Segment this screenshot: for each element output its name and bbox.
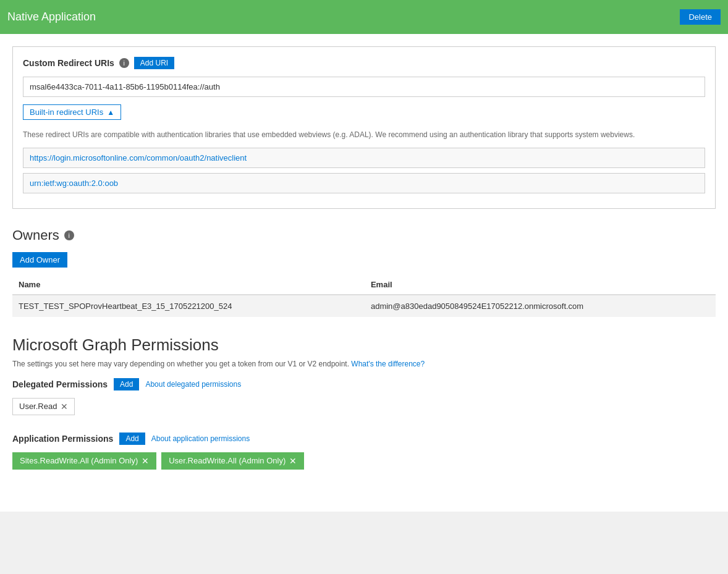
redirect-uris-info-icon[interactable]: i: [119, 58, 129, 68]
owner-name: TEST_TEST_SPOProvHeartbeat_E3_15_1705221…: [12, 295, 365, 317]
add-owner-button[interactable]: Add Owner: [12, 252, 67, 268]
remove-permission-icon[interactable]: ✕: [289, 456, 297, 466]
about-delegated-link[interactable]: About delegated permissions: [145, 380, 241, 389]
permission-name: User.Read: [19, 402, 57, 411]
remove-permission-icon[interactable]: ✕: [142, 456, 149, 466]
builtin-description: These redirect URIs are compatible with …: [23, 130, 705, 140]
permission-name: User.ReadWrite.All (Admin Only): [169, 456, 286, 465]
application-permission-tag: Sites.ReadWrite.All (Admin Only)✕: [12, 452, 156, 470]
owners-section: Owners i Add Owner Name Email TEST_TEST_…: [12, 227, 716, 317]
delete-button[interactable]: Delete: [680, 9, 721, 25]
add-uri-button[interactable]: Add URI: [134, 57, 174, 69]
page-wrapper: Native Application Delete Custom Redirec…: [0, 0, 728, 574]
builtin-toggle-label: Built-in redirect URIs: [30, 108, 103, 117]
difference-link[interactable]: What's the difference?: [351, 360, 425, 368]
application-tags-container: Sites.ReadWrite.All (Admin Only)✕User.Re…: [12, 452, 716, 475]
owners-table: Name Email TEST_TEST_SPOProvHeartbeat_E3…: [12, 275, 716, 317]
col-email: Email: [365, 275, 716, 295]
builtin-uri-2: urn:ietf:wg:oauth:2.0:oob: [23, 173, 705, 193]
delegated-tags-container: User.Read✕: [12, 398, 716, 423]
owners-title: Owners: [12, 227, 59, 243]
app-title: Native Application: [7, 11, 96, 23]
application-permission-tag: User.ReadWrite.All (Admin Only)✕: [161, 452, 304, 470]
delegated-permission-tag: User.Read✕: [12, 398, 75, 415]
redirect-uris-title-row: Custom Redirect URIs i Add URI: [23, 57, 705, 69]
permission-name: Sites.ReadWrite.All (Admin Only): [20, 456, 138, 465]
builtin-toggle-button[interactable]: Built-in redirect URIs ▲: [23, 104, 121, 120]
application-permissions-row: Application Permissions Add About applic…: [12, 433, 716, 445]
about-application-link[interactable]: About application permissions: [151, 434, 250, 443]
custom-uri-input[interactable]: [23, 77, 705, 97]
graph-title: Microsoft Graph Permissions: [12, 336, 716, 355]
col-name: Name: [12, 275, 365, 295]
application-label: Application Permissions: [12, 434, 113, 444]
chevron-up-icon: ▲: [107, 108, 114, 117]
delegated-label: Delegated Permissions: [12, 379, 108, 389]
delegated-permissions-row: Delegated Permissions Add About delegate…: [12, 378, 716, 390]
owner-email: admin@a830edad9050849524E17052212.onmicr…: [365, 295, 716, 317]
app-header: Native Application Delete: [0, 0, 728, 34]
owners-title-row: Owners i: [12, 227, 716, 243]
graph-subtitle: The settings you set here may vary depen…: [12, 360, 716, 368]
graph-permissions-section: Microsoft Graph Permissions The settings…: [12, 336, 716, 475]
main-content: Custom Redirect URIs i Add URI Built-in …: [0, 34, 728, 512]
table-row: TEST_TEST_SPOProvHeartbeat_E3_15_1705221…: [12, 295, 716, 317]
redirect-uris-label: Custom Redirect URIs: [23, 58, 114, 68]
owners-info-icon[interactable]: i: [64, 230, 74, 240]
builtin-uri-1: https://login.microsoftonline.com/common…: [23, 148, 705, 168]
remove-permission-icon[interactable]: ✕: [61, 402, 68, 412]
redirect-uris-card: Custom Redirect URIs i Add URI Built-in …: [12, 46, 716, 209]
application-add-button[interactable]: Add: [119, 433, 145, 445]
delegated-add-button[interactable]: Add: [114, 378, 139, 390]
